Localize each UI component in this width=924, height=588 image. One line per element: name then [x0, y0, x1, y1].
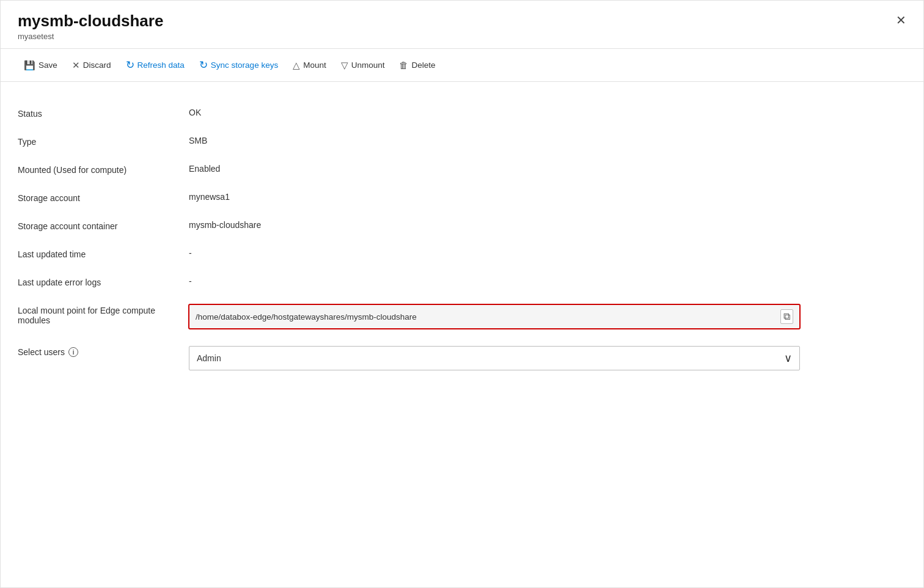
page-subtitle: myasetest [18, 32, 906, 41]
type-value: SMB [189, 136, 906, 145]
field-row-status: Status OK [18, 99, 906, 127]
mount-point-label: Local mount point for Edge compute modul… [18, 304, 189, 325]
header: mysmb-cloudshare myasetest ✕ [1, 1, 923, 41]
copy-icon[interactable]: ⧉ [780, 309, 793, 324]
discard-icon: ✕ [72, 60, 80, 71]
discard-label: Discard [83, 61, 111, 70]
unmount-button[interactable]: ▽ Unmount [335, 56, 391, 75]
info-icon: i [68, 347, 78, 357]
mounted-label: Mounted (Used for compute) [18, 164, 189, 175]
field-row-last-updated: Last updated time - [18, 240, 906, 268]
field-row-mounted: Mounted (Used for compute) Enabled [18, 155, 906, 183]
refresh-label: Refresh data [138, 61, 185, 70]
page-title: mysmb-cloudshare [18, 12, 906, 31]
delete-label: Delete [411, 61, 435, 70]
field-row-type: Type SMB [18, 127, 906, 155]
select-users-dropdown[interactable]: Admin ∨ [189, 346, 800, 370]
select-users-value: Admin [197, 353, 221, 363]
last-updated-value: - [189, 248, 906, 258]
select-users-dropdown-wrapper: Admin ∨ [189, 346, 906, 370]
save-icon: 💾 [24, 60, 35, 71]
sync-icon: ↻ [199, 59, 208, 72]
last-error-label: Last update error logs [18, 276, 189, 287]
last-updated-label: Last updated time [18, 248, 189, 259]
mount-label: Mount [303, 61, 326, 70]
mounted-value: Enabled [189, 164, 906, 174]
close-button[interactable]: ✕ [893, 12, 909, 29]
select-users-label: Select users i [18, 346, 189, 357]
storage-container-value: mysmb-cloudshare [189, 220, 906, 230]
last-error-value: - [189, 276, 906, 286]
delete-icon: 🗑 [399, 60, 408, 70]
refresh-button[interactable]: ↻ Refresh data [120, 55, 191, 75]
refresh-icon: ↻ [126, 59, 134, 72]
field-row-storage-account: Storage account mynewsa1 [18, 183, 906, 211]
discard-button[interactable]: ✕ Discard [66, 56, 117, 75]
mount-button[interactable]: △ Mount [287, 56, 332, 75]
unmount-icon: ▽ [341, 60, 348, 71]
toolbar: 💾 Save ✕ Discard ↻ Refresh data ↻ Sync s… [1, 48, 923, 82]
field-row-mount-point: Local mount point for Edge compute modul… [18, 296, 906, 337]
storage-account-value: mynewsa1 [189, 192, 906, 202]
save-button[interactable]: 💾 Save [18, 56, 64, 75]
unmount-label: Unmount [351, 61, 385, 70]
storage-container-label: Storage account container [18, 220, 189, 231]
sync-label: Sync storage keys [211, 61, 278, 70]
status-label: Status [18, 108, 189, 119]
mount-icon: △ [293, 60, 300, 71]
save-label: Save [38, 61, 57, 70]
mount-point-value: /home/databox-edge/hostgatewayshares/mys… [196, 312, 774, 322]
sync-button[interactable]: ↻ Sync storage keys [193, 55, 284, 75]
field-row-select-users: Select users i Admin ∨ [18, 337, 906, 379]
panel: mysmb-cloudshare myasetest ✕ 💾 Save ✕ Di… [0, 0, 924, 588]
content: Status OK Type SMB Mounted (Used for com… [1, 82, 923, 396]
field-row-storage-container: Storage account container mysmb-cloudsha… [18, 211, 906, 240]
status-value: OK [189, 108, 906, 117]
storage-account-label: Storage account [18, 192, 189, 203]
chevron-down-icon: ∨ [784, 351, 792, 365]
delete-button[interactable]: 🗑 Delete [393, 56, 441, 74]
type-label: Type [18, 136, 189, 147]
field-row-last-error: Last update error logs - [18, 268, 906, 296]
mount-point-field: /home/databox-edge/hostgatewayshares/mys… [189, 304, 800, 329]
